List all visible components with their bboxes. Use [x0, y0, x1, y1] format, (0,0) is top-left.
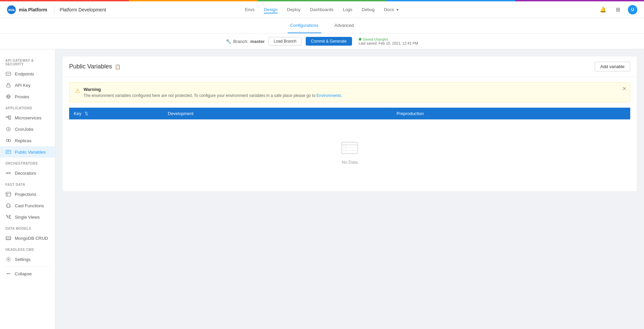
sidebar-label-single-views: Single Views — [15, 215, 40, 220]
warning-icon: ⚠ — [75, 87, 80, 95]
docs-dropdown-icon: ▼ — [396, 8, 399, 12]
nav-design[interactable]: Design — [264, 6, 278, 13]
info-icon: 📋 — [115, 64, 120, 69]
lock-icon — [5, 82, 11, 88]
sidebar-label-replicas: Replicas — [15, 138, 32, 143]
mongodb-icon — [5, 235, 11, 241]
svg-rect-38 — [342, 142, 358, 154]
table-wrapper: Key ⇅ Development Preproduction — [69, 108, 630, 185]
svg-point-26 — [7, 216, 9, 218]
sidebar-label-cronjobs: CronJobs — [15, 127, 34, 132]
sidebar-label-settings: Settings — [15, 257, 31, 262]
sidebar-label-microservices: Microservices — [15, 115, 41, 120]
data-table: Key ⇅ Development Preproduction — [69, 108, 630, 185]
endpoint-icon — [5, 71, 11, 77]
nav-dashboards[interactable]: Dashboards — [310, 6, 334, 13]
saved-text: Saved changes — [359, 37, 418, 41]
saved-status: Saved changes Last saved: Feb 10, 2021, … — [359, 37, 418, 45]
sidebar-label-proxies: Proxies — [15, 94, 29, 99]
add-variable-button[interactable]: Add variable — [595, 62, 630, 71]
header-divider — [54, 6, 54, 14]
tab-advanced[interactable]: Advanced — [332, 18, 357, 33]
sidebar-item-endpoints[interactable]: Endpoints — [0, 68, 55, 79]
sort-icon: ⇅ — [85, 111, 88, 116]
svg-line-32 — [9, 217, 10, 218]
svg-rect-21 — [6, 192, 11, 196]
section-title-headless-cms: HEADLESS CMS — [0, 244, 55, 254]
nav-docs[interactable]: Docs ▼ — [384, 6, 399, 13]
sidebar-item-microservices[interactable]: Microservices — [0, 112, 55, 123]
sidebar-item-settings[interactable]: Settings — [0, 254, 55, 265]
sidebar-label-cast-functions: Cast Functions — [15, 203, 44, 208]
nav-envs[interactable]: Envs — [245, 6, 255, 13]
warning-close-button[interactable]: ✕ — [622, 86, 627, 92]
sidebar-item-projections[interactable]: Projections — [0, 188, 55, 200]
branch-prefix: Branch: — [233, 39, 248, 44]
avatar[interactable]: U — [628, 5, 637, 14]
sidebar-divider — [5, 266, 50, 267]
card-title: Public Variables 📋 — [69, 63, 120, 70]
sidebar-item-api-key[interactable]: API Key — [0, 79, 55, 91]
section-title-orchestrators: ORCHESTRATORS — [0, 158, 55, 167]
tab-configurations[interactable]: Configurations — [288, 18, 321, 33]
warning-box: ⚠ Warning The environment variables conf… — [69, 83, 630, 102]
layout-icon[interactable]: ⊞ — [613, 5, 623, 14]
load-branch-button[interactable]: Load Branch — [268, 37, 301, 46]
svg-point-36 — [8, 259, 9, 260]
content-card: Public Variables 📋 Add variable ⚠ Warnin… — [62, 56, 637, 192]
column-key[interactable]: Key ⇅ — [69, 108, 163, 119]
logo-icon: mia — [7, 5, 16, 14]
branch-icon: 🔧 — [226, 39, 231, 44]
table-body: No Data — [69, 119, 630, 185]
svg-rect-4 — [7, 85, 10, 87]
sidebar-item-proxies[interactable]: Proxies — [0, 91, 55, 102]
sidebar-item-cast-functions[interactable]: () Cast Functions — [0, 200, 55, 211]
sidebar: API GATEWAY & SECURITY Endpoints API Key… — [0, 49, 55, 329]
sidebar-item-cronjobs[interactable]: CronJobs — [0, 123, 55, 135]
branch-label: 🔧 Branch: master — [226, 39, 264, 44]
collapse-button[interactable]: Collapse — [0, 268, 55, 279]
sidebar-item-single-views[interactable]: Single Views — [0, 211, 55, 223]
projection-icon — [5, 191, 11, 197]
sidebar-item-public-variables[interactable]: Public Variables — [0, 146, 55, 158]
section-title-applications: APPLICATIONS — [0, 102, 55, 112]
notification-icon[interactable]: 🔔 — [598, 5, 608, 14]
sidebar-label-public-variables: Public Variables — [15, 150, 46, 155]
section-title-fast-data: FAST DATA — [0, 179, 55, 188]
no-data-container: No Data — [69, 119, 630, 185]
svg-rect-7 — [6, 116, 8, 118]
nav-deploy[interactable]: Deploy — [287, 6, 300, 13]
nav-debug[interactable]: Debug — [362, 6, 375, 13]
svg-text:(): () — [7, 205, 10, 208]
cast-icon: () — [5, 203, 11, 209]
sidebar-item-replicas[interactable]: Replicas — [0, 135, 55, 146]
nav-logs[interactable]: Logs — [343, 6, 352, 13]
svg-line-11 — [8, 117, 9, 119]
no-data-icon — [340, 140, 359, 156]
project-name: Platform Development — [60, 7, 106, 12]
no-data-text: No Data — [342, 160, 358, 165]
proxy-icon — [5, 94, 11, 100]
variables-icon — [5, 149, 11, 155]
header-actions: 🔔 ⊞ U — [598, 5, 637, 14]
sidebar-item-mongodb-crud[interactable]: MongoDB CRUD — [0, 232, 55, 244]
no-data-row: No Data — [69, 119, 630, 185]
microservice-icon — [5, 115, 11, 121]
last-saved-time: Last saved: Feb 10, 2021, 12:41 PM — [359, 41, 418, 45]
singleview-icon — [5, 214, 11, 220]
environments-link[interactable]: Environments. — [316, 93, 342, 98]
warning-text: The environment variables configured her… — [84, 93, 342, 98]
collapse-icon — [5, 271, 11, 277]
section-title-api: API GATEWAY & SECURITY — [0, 55, 55, 68]
main-content: Public Variables 📋 Add variable ⚠ Warnin… — [55, 49, 644, 329]
commit-generate-button[interactable]: Commit & Generate — [306, 37, 352, 46]
logo-text: mia Platform — [19, 7, 47, 12]
sidebar-item-decorators[interactable]: Decorators — [0, 167, 55, 179]
svg-rect-9 — [9, 118, 11, 119]
svg-point-18 — [6, 172, 8, 174]
svg-text:mia: mia — [8, 8, 15, 12]
svg-line-31 — [9, 216, 10, 217]
branch-bar: 🔧 Branch: master Load Branch Commit & Ge… — [0, 34, 644, 49]
decorator-icon — [5, 170, 11, 176]
no-data-cell: No Data — [69, 119, 630, 185]
